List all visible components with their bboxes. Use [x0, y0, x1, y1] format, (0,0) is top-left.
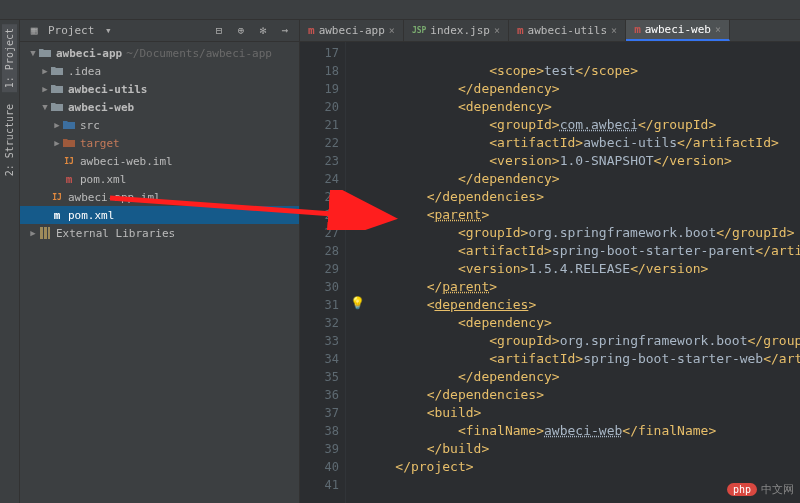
tab-awbeci-app[interactable]: m awbeci-app × — [300, 20, 404, 41]
panel-title: Project — [48, 24, 94, 37]
folder-icon — [50, 64, 64, 78]
tree-item-app-pom[interactable]: m pom.xml — [20, 206, 299, 224]
project-panel-header: ▦ Project ▾ ⊟ ⊕ ✻ → — [20, 20, 299, 42]
close-icon[interactable]: × — [389, 25, 395, 36]
folder-icon — [50, 82, 64, 96]
folder-icon — [38, 46, 52, 60]
tree-ext-libs[interactable]: ▶ External Libraries — [20, 224, 299, 242]
watermark-badge: php — [727, 483, 757, 496]
code-pane[interactable]: 1718192021222324252627282930313233343536… — [300, 42, 800, 503]
editor-area: m awbeci-app × JSP index.jsp × m awbeci-… — [300, 20, 800, 503]
left-tool-rail: 1: Project 2: Structure — [0, 20, 20, 503]
tab-awbeci-utils[interactable]: m awbeci-utils × — [509, 20, 626, 41]
tree-item-web-iml[interactable]: IJ awbeci-web.iml — [20, 152, 299, 170]
tab-label: index.jsp — [430, 24, 490, 37]
hide-icon[interactable]: → — [277, 23, 293, 39]
tree-item-web[interactable]: ▼ awbeci-web — [20, 98, 299, 116]
rail-tab-project[interactable]: 1: Project — [2, 24, 17, 92]
tree-item-src[interactable]: ▶ src — [20, 116, 299, 134]
close-icon[interactable]: × — [494, 25, 500, 36]
iml-icon: IJ — [50, 190, 64, 204]
watermark: php 中文网 — [727, 482, 794, 497]
maven-icon: m — [634, 23, 641, 36]
svg-rect-2 — [48, 227, 50, 239]
editor-tabs: m awbeci-app × JSP index.jsp × m awbeci-… — [300, 20, 800, 42]
tab-label: awbeci-web — [645, 23, 711, 36]
maven-icon: m — [50, 208, 64, 222]
maven-icon: m — [62, 172, 76, 186]
code-content[interactable]: <scope>test</scope> </dependency> <depen… — [346, 42, 800, 503]
collapse-icon[interactable]: ⊟ — [211, 23, 227, 39]
folder-icon — [62, 118, 76, 132]
tree-item-web-pom[interactable]: m pom.xml — [20, 170, 299, 188]
toolbar — [0, 0, 800, 20]
close-icon[interactable]: × — [715, 24, 721, 35]
tab-label: awbeci-utils — [528, 24, 607, 37]
tab-label: awbeci-app — [319, 24, 385, 37]
tree-root[interactable]: ▼ awbeci-app ~/Documents/awbeci-app — [20, 44, 299, 62]
line-gutter: 1718192021222324252627282930313233343536… — [300, 42, 346, 503]
rail-tab-structure[interactable]: 2: Structure — [2, 100, 17, 180]
jsp-icon: JSP — [412, 26, 426, 35]
tree-item-app-iml[interactable]: IJ awbeci-app.iml — [20, 188, 299, 206]
tab-awbeci-web[interactable]: m awbeci-web × — [626, 20, 730, 41]
svg-rect-1 — [44, 227, 47, 239]
project-tree[interactable]: ▼ awbeci-app ~/Documents/awbeci-app ▶ .i… — [20, 42, 299, 503]
folder-icon — [50, 100, 64, 114]
watermark-text: 中文网 — [761, 482, 794, 497]
locate-icon[interactable]: ⊕ — [233, 23, 249, 39]
svg-rect-0 — [40, 227, 43, 239]
folder-icon — [62, 136, 76, 150]
tree-item-utils[interactable]: ▶ awbeci-utils — [20, 80, 299, 98]
iml-icon: IJ — [62, 154, 76, 168]
maven-icon: m — [308, 24, 315, 37]
tab-index-jsp[interactable]: JSP index.jsp × — [404, 20, 509, 41]
dropdown-icon[interactable]: ▾ — [100, 23, 116, 39]
project-panel: ▦ Project ▾ ⊟ ⊕ ✻ → ▼ awbeci-app ~/Docum… — [20, 20, 300, 503]
gear-icon[interactable]: ✻ — [255, 23, 271, 39]
tree-item-target[interactable]: ▶ target — [20, 134, 299, 152]
tree-item-idea[interactable]: ▶ .idea — [20, 62, 299, 80]
library-icon — [38, 226, 52, 240]
intention-bulb-icon[interactable]: 💡 — [350, 296, 365, 310]
root-path: ~/Documents/awbeci-app — [126, 47, 272, 60]
project-view-icon[interactable]: ▦ — [26, 23, 42, 39]
close-icon[interactable]: × — [611, 25, 617, 36]
maven-icon: m — [517, 24, 524, 37]
